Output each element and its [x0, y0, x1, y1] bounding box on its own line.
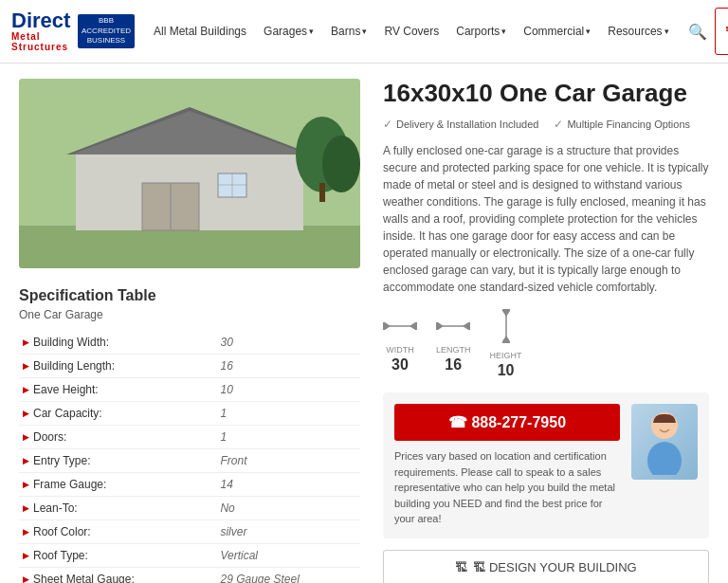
search-icon[interactable]: 🔍: [688, 23, 707, 41]
spec-row: ▶ Sheet Metal Gauge: 29 Gauge Steel: [19, 568, 360, 584]
spec-label: ▶ Building Width:: [19, 331, 216, 354]
dim-icon: [436, 315, 470, 343]
logo[interactable]: Direct Metal Structures: [11, 10, 72, 52]
design-your-building-button[interactable]: 🏗 DESIGN YOUR BUILDING: [715, 8, 728, 55]
check-icon-delivery: ✓: [383, 118, 392, 131]
spec-value: 1: [216, 402, 360, 426]
header-actions: 🔍 🏗 DESIGN YOUR BUILDING 📞 888-277-7660: [688, 8, 728, 55]
arrow-icon: ▶: [23, 361, 29, 371]
svg-rect-17: [415, 322, 417, 330]
dim-label: HEIGHT: [490, 351, 522, 360]
svg-rect-21: [436, 322, 438, 330]
nav-all-metal[interactable]: All Metal Buildings: [146, 21, 254, 42]
svg-marker-24: [502, 311, 510, 317]
brand-name: Direct: [11, 10, 72, 31]
arrow-icon: ▶: [23, 456, 29, 465]
spec-table: ▶ Building Width: 30 ▶ Building Length: …: [19, 331, 360, 583]
nav-garages[interactable]: Garages ▾: [256, 21, 321, 42]
dim-label: LENGTH: [436, 345, 471, 355]
spec-value: 10: [216, 378, 360, 402]
design-building-label: 🏗 DESIGN YOUR BUILDING: [473, 560, 636, 574]
svg-rect-1: [19, 226, 360, 268]
spec-row: ▶ Car Capacity: 1: [19, 402, 360, 426]
svg-rect-11: [319, 183, 325, 202]
arrow-icon: ▶: [23, 480, 29, 489]
right-column: 16x30x10 One Car Garage ✓ Delivery & Ins…: [383, 79, 709, 583]
phone-cta-button[interactable]: ☎ 888-277-7950: [394, 404, 620, 441]
spec-row: ▶ Entry Type: Front: [19, 449, 360, 473]
nav-barns[interactable]: Barns ▾: [323, 21, 374, 42]
spec-value: 30: [216, 331, 360, 355]
phone-cta-left: ☎ 888-277-7950 Prices vary based on loca…: [394, 404, 620, 527]
dimension-item: LENGTH 16: [436, 315, 471, 373]
spec-title: Specification Table: [19, 287, 360, 304]
spec-label: ▶ Roof Type:: [19, 544, 216, 567]
svg-marker-15: [410, 322, 415, 330]
spec-row: ▶ Roof Color: silver: [19, 520, 360, 544]
spec-row: ▶ Eave Height: 10: [19, 378, 360, 402]
spec-value: Vertical: [216, 544, 360, 568]
feature-delivery: ✓ Delivery & Installation Included: [383, 118, 538, 131]
spec-value: 29 Gauge Steel: [216, 568, 360, 584]
site-header: Direct Metal Structures BBBACCREDITEDBUS…: [0, 0, 728, 64]
spec-row: ▶ Roof Type: Vertical: [19, 544, 360, 568]
nav-resources[interactable]: Resources ▾: [600, 21, 676, 42]
spec-value: silver: [216, 520, 360, 544]
spec-label: ▶ Building Length:: [19, 355, 216, 377]
design-building-button[interactable]: 🏗 🏗 DESIGN YOUR BUILDING: [383, 550, 709, 583]
arrow-icon: ▶: [23, 527, 29, 537]
spec-value: Front: [216, 449, 360, 473]
building-icon: 🏗: [725, 26, 728, 37]
spec-row: ▶ Building Length: 16: [19, 355, 360, 378]
spec-label: ▶ Car Capacity:: [19, 402, 216, 425]
brand-sub: Metal Structures: [11, 31, 72, 52]
feature-delivery-label: Delivery & Installation Included: [396, 118, 538, 130]
spec-label: ▶ Entry Type:: [19, 449, 216, 472]
spec-label: ▶ Eave Height:: [19, 378, 216, 401]
dim-icon: [383, 315, 417, 343]
svg-rect-27: [502, 341, 510, 343]
left-column: Specification Table One Car Garage ▶ Bui…: [19, 79, 360, 583]
svg-rect-16: [383, 322, 385, 330]
spec-label: ▶ Doors:: [19, 426, 216, 448]
arrow-icon: ▶: [23, 385, 29, 394]
main-content: Specification Table One Car Garage ▶ Bui…: [0, 64, 728, 583]
svg-marker-20: [463, 322, 468, 330]
nav-rv-covers[interactable]: RV Covers: [376, 21, 446, 42]
agent-avatar: [631, 404, 698, 480]
svg-rect-26: [502, 309, 510, 311]
spec-label: ▶ Sheet Metal Gauge:: [19, 568, 216, 583]
nav-carports[interactable]: Carports ▾: [448, 21, 514, 42]
phone-cta-box: ☎ 888-277-7950 Prices vary based on loca…: [383, 392, 709, 538]
spec-subtitle: One Car Garage: [19, 308, 360, 321]
spec-value: 1: [216, 426, 360, 449]
svg-marker-19: [438, 322, 444, 330]
arrow-icon: ▶: [23, 432, 29, 442]
product-image: [19, 79, 360, 268]
spec-label: ▶ Lean-To:: [19, 497, 216, 519]
feature-financing: ✓ Multiple Financing Options: [554, 118, 690, 131]
dim-label: WIDTH: [386, 345, 414, 355]
product-title: 16x30x10 One Car Garage: [383, 79, 709, 108]
check-icon-financing: ✓: [554, 118, 563, 131]
arrow-icon: ▶: [23, 409, 29, 418]
dimension-item: WIDTH 30: [383, 315, 417, 373]
spec-row: ▶ Frame Gauge: 14: [19, 473, 360, 497]
features-row: ✓ Delivery & Installation Included ✓ Mul…: [383, 118, 709, 131]
feature-financing-label: Multiple Financing Options: [567, 118, 690, 130]
nav-commercial[interactable]: Commercial ▾: [516, 21, 598, 42]
dimensions-row: WIDTH 30 LENGTH 16 HEIGHT 10: [383, 309, 709, 379]
product-description: A fully enclosed one-car garage is a str…: [383, 142, 709, 296]
svg-point-29: [647, 442, 682, 475]
spec-value: No: [216, 497, 360, 520]
dim-icon: [495, 309, 518, 349]
dim-value: 30: [391, 356, 409, 373]
dimension-item: HEIGHT 10: [490, 309, 522, 379]
phone-cta-text: Prices vary based on location and certif…: [394, 448, 620, 527]
svg-rect-22: [468, 322, 470, 330]
logo-area: Direct Metal Structures BBBACCREDITEDBUS…: [11, 10, 135, 52]
bbb-badge: BBBACCREDITEDBUSINESS: [78, 14, 135, 47]
svg-marker-25: [502, 336, 510, 341]
spec-row: ▶ Doors: 1: [19, 426, 360, 449]
svg-marker-14: [385, 322, 391, 330]
